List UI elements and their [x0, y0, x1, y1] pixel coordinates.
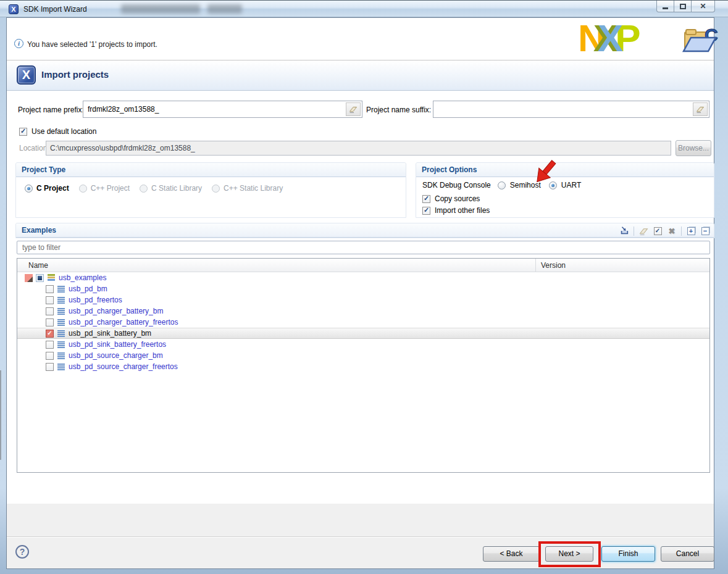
example-icon [57, 297, 65, 304]
tree-checkbox[interactable] [46, 307, 54, 315]
tree-row[interactable]: usb_examples [17, 272, 709, 283]
tree-item-link[interactable]: usb_pd_charger_battery_bm [69, 307, 163, 315]
copy-sources-checkbox[interactable] [422, 195, 430, 203]
prefix-field-wrap [83, 101, 362, 118]
column-name[interactable]: Name [28, 261, 48, 270]
project-type-group: Project Type C Project C++ Project C Sta… [15, 162, 406, 218]
tree-checkbox[interactable] [46, 318, 54, 327]
uart-label[interactable]: UART [561, 181, 581, 189]
prefix-label: Project name prefix: [18, 106, 84, 114]
filter-input[interactable] [17, 241, 710, 254]
radio-icon [140, 185, 148, 193]
expand-all-icon[interactable]: + [686, 226, 696, 236]
tree-row[interactable]: usb_pd_source_charger_bm [17, 350, 709, 361]
sdk-import-wizard-dialog: i You have selected '1' projects to impo… [6, 17, 714, 569]
use-default-location-label[interactable]: Use default location [31, 127, 96, 136]
tree-item-link[interactable]: usb_pd_sink_battery_bm [69, 329, 151, 338]
collapse-all-icon[interactable]: − [700, 226, 710, 236]
back-button[interactable]: < Back [483, 546, 540, 562]
eraser-icon [696, 105, 705, 114]
eraser-icon [349, 105, 358, 114]
maximize-button[interactable] [674, 1, 692, 12]
table-header[interactable]: Name Version [17, 259, 709, 272]
clear-prefix-button[interactable] [346, 102, 361, 116]
column-divider[interactable] [535, 259, 536, 272]
tree-checkbox[interactable] [46, 330, 54, 338]
minimize-button[interactable] [656, 1, 674, 12]
help-icon[interactable]: ? [15, 545, 29, 559]
semihost-label[interactable]: Semihost [510, 181, 541, 189]
tree-row[interactable]: usb_pd_freertos [17, 294, 709, 306]
next-button[interactable]: Next > [545, 546, 593, 562]
tree-row[interactable]: usb_pd_source_charger_freertos [17, 361, 709, 372]
radio-cpp-project: C++ Project [79, 184, 130, 193]
example-icon [57, 308, 65, 315]
project-type-options: C Project C++ Project C Static Library C… [16, 177, 406, 193]
cancel-button[interactable]: Cancel [661, 546, 714, 562]
semihost-radio[interactable] [498, 181, 506, 189]
examples-group-header: Examples ✖ [15, 223, 714, 238]
tree-item-link[interactable]: usb_pd_charger_battery_freertos [69, 318, 178, 327]
tree-checkbox[interactable] [46, 341, 54, 349]
copy-sources-label[interactable]: Copy sources [435, 194, 480, 203]
wizard-message-area: i You have selected '1' projects to impo… [7, 18, 714, 60]
deselect-all-icon[interactable]: ✖ [667, 226, 677, 236]
tree-checkbox[interactable] [36, 274, 44, 282]
tree-row[interactable]: usb_pd_sink_battery_bm [17, 328, 709, 339]
tree-row[interactable]: usb_pd_charger_battery_bm [17, 306, 709, 317]
suffix-input[interactable] [433, 101, 709, 117]
import-other-files-checkbox[interactable] [422, 207, 430, 215]
background-window-edge [0, 370, 1, 460]
import-selection-icon[interactable] [619, 226, 629, 236]
toolbar-separator [681, 227, 682, 236]
toolbar-separator [634, 227, 634, 236]
radio-icon [79, 185, 87, 193]
window-app-icon: X [9, 4, 19, 14]
tree-row[interactable]: usb_pd_bm [17, 283, 709, 294]
wizard-page-banner: X Import projects [7, 60, 714, 91]
window-controls: ✕ [657, 1, 715, 12]
example-icon [57, 319, 65, 326]
mcuxpresso-x-icon: X [17, 65, 36, 85]
tree-item-link[interactable]: usb_pd_source_charger_freertos [69, 362, 178, 371]
window-titlebar[interactable]: X SDK Import Wizard ✕ [0, 0, 728, 17]
clear-suffix-button[interactable] [693, 102, 708, 116]
window-title: SDK Import Wizard [23, 5, 87, 14]
copy-sources-row: Copy sources [422, 194, 480, 203]
browse-button[interactable]: Browse... [676, 140, 711, 156]
info-icon: i [14, 39, 23, 48]
project-options-title: Project Options [416, 163, 714, 177]
close-button[interactable]: ✕ [691, 1, 715, 12]
button-bar-separator [7, 536, 714, 538]
desktop: X SDK Import Wizard ✕ i You have selecte… [0, 0, 728, 574]
tree-item-link[interactable]: usb_pd_source_charger_bm [69, 351, 163, 360]
tree-item-link[interactable]: usb_pd_sink_battery_freertos [69, 340, 166, 349]
tree-checkbox[interactable] [46, 352, 54, 360]
maximize-icon [680, 4, 686, 9]
minimize-icon [663, 7, 668, 9]
select-all-icon[interactable] [653, 226, 663, 236]
radio-icon [212, 185, 220, 193]
tree-checkbox[interactable] [46, 363, 54, 371]
clear-icon[interactable] [638, 226, 648, 236]
tree-row[interactable]: usb_pd_charger_battery_freertos [17, 317, 709, 328]
examples-table: Name Version usb_examplesusb_pd_bmusb_pd… [17, 258, 710, 473]
tree-expander-icon[interactable] [25, 274, 33, 282]
tree-checkbox[interactable] [46, 285, 54, 293]
finish-button[interactable]: Finish [601, 546, 655, 562]
tree-item-link[interactable]: usb_pd_freertos [69, 296, 122, 304]
radio-icon[interactable] [25, 185, 33, 193]
radio-c-project[interactable]: C Project [25, 184, 69, 193]
use-default-location-checkbox[interactable] [19, 128, 27, 136]
import-other-files-label[interactable]: Import other files [435, 206, 490, 215]
tree-item-link[interactable]: usb_examples [59, 273, 106, 282]
uart-radio[interactable] [549, 181, 557, 189]
example-icon [57, 330, 65, 337]
tree-row[interactable]: usb_pd_sink_battery_freertos [17, 339, 709, 350]
background-window-ghost [207, 4, 242, 14]
tree-item-link[interactable]: usb_pd_bm [69, 285, 107, 293]
location-input[interactable] [46, 141, 671, 156]
tree-checkbox[interactable] [46, 296, 54, 304]
column-version[interactable]: Version [541, 261, 566, 270]
prefix-input[interactable] [83, 101, 362, 117]
